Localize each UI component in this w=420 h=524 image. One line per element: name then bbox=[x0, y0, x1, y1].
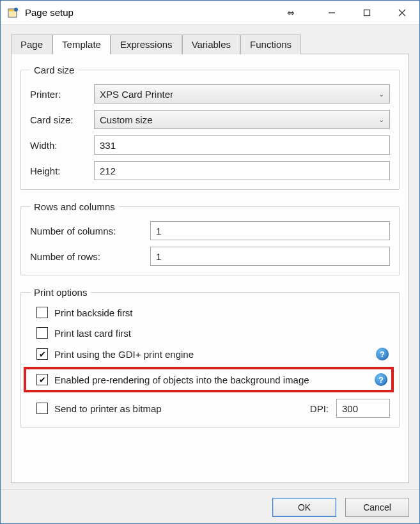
maximize-button[interactable] bbox=[349, 1, 384, 24]
tab-expressions[interactable]: Expressions bbox=[111, 35, 182, 54]
label-rows: Number of rows: bbox=[30, 251, 150, 262]
rows-input[interactable] bbox=[150, 247, 390, 266]
svg-rect-3 bbox=[364, 10, 369, 15]
label-columns: Number of columns: bbox=[30, 226, 150, 236]
label-gdi-plus: Print using the GDI+ print engine bbox=[54, 349, 194, 360]
label-card-size: Card size: bbox=[30, 114, 94, 125]
ok-button[interactable]: OK bbox=[272, 498, 336, 517]
svg-point-1 bbox=[14, 8, 18, 12]
group-print-options: Print options Print backside first Print… bbox=[20, 287, 400, 428]
resize-move-icon[interactable]: ⇔ bbox=[287, 8, 295, 18]
tab-page[interactable]: Page bbox=[11, 35, 52, 54]
group-card-size: Card size Printer: XPS Card Printer ⌄ Ca… bbox=[20, 65, 400, 190]
checkbox-send-bitmap[interactable] bbox=[36, 403, 48, 414]
width-input[interactable] bbox=[94, 135, 390, 155]
help-icon[interactable]: ? bbox=[376, 348, 389, 360]
checkbox-last-card-first[interactable] bbox=[36, 327, 48, 339]
help-icon[interactable]: ? bbox=[375, 373, 387, 386]
group-rows-columns: Rows and columns Number of columns: Numb… bbox=[20, 201, 400, 275]
window-title: Page setup bbox=[25, 7, 74, 18]
height-input[interactable] bbox=[94, 161, 390, 180]
chevron-down-icon: ⌄ bbox=[378, 116, 384, 124]
label-width: Width: bbox=[30, 140, 94, 151]
label-prerender: Enabled pre-rendering of objects into th… bbox=[54, 374, 309, 385]
tab-variables[interactable]: Variables bbox=[182, 35, 240, 54]
checkbox-backside-first[interactable] bbox=[36, 307, 48, 318]
label-dpi: DPI: bbox=[310, 403, 329, 414]
tab-template[interactable]: Template bbox=[52, 35, 111, 54]
highlighted-option: Enabled pre-rendering of objects into th… bbox=[24, 367, 394, 392]
dpi-input[interactable] bbox=[336, 399, 390, 418]
columns-input[interactable] bbox=[150, 221, 390, 240]
label-height: Height: bbox=[30, 166, 94, 176]
tabstrip: Page Template Expressions Variables Func… bbox=[11, 34, 409, 54]
printer-select-value: XPS Card Printer bbox=[100, 89, 173, 100]
cancel-button[interactable]: Cancel bbox=[345, 498, 409, 517]
label-printer: Printer: bbox=[30, 89, 94, 100]
titlebar: Page setup ⇔ bbox=[1, 1, 419, 25]
tab-panel-template: Card size Printer: XPS Card Printer ⌄ Ca… bbox=[11, 54, 409, 483]
printer-select[interactable]: XPS Card Printer ⌄ bbox=[94, 84, 390, 104]
window-controls bbox=[314, 1, 419, 24]
label-send-bitmap: Send to printer as bitmap bbox=[54, 403, 162, 414]
client-area: Page Template Expressions Variables Func… bbox=[1, 25, 419, 489]
legend-print-options: Print options bbox=[30, 287, 91, 298]
close-button[interactable] bbox=[384, 1, 419, 24]
app-icon bbox=[7, 6, 20, 19]
chevron-down-icon: ⌄ bbox=[378, 90, 384, 98]
tab-functions[interactable]: Functions bbox=[240, 35, 301, 54]
label-backside-first: Print backside first bbox=[54, 307, 133, 318]
card-size-select[interactable]: Custom size ⌄ bbox=[94, 110, 390, 129]
legend-rows-columns: Rows and columns bbox=[30, 201, 119, 212]
dialog-buttons: OK Cancel bbox=[1, 489, 419, 523]
checkbox-prerender[interactable] bbox=[36, 374, 48, 385]
legend-card-size: Card size bbox=[30, 65, 78, 75]
label-last-card-first: Print last card first bbox=[54, 328, 131, 339]
page-setup-dialog: Page setup ⇔ Page Template Expressions V… bbox=[0, 0, 420, 524]
card-size-select-value: Custom size bbox=[100, 114, 153, 125]
minimize-button[interactable] bbox=[314, 1, 349, 24]
checkbox-gdi-plus[interactable] bbox=[36, 348, 48, 360]
